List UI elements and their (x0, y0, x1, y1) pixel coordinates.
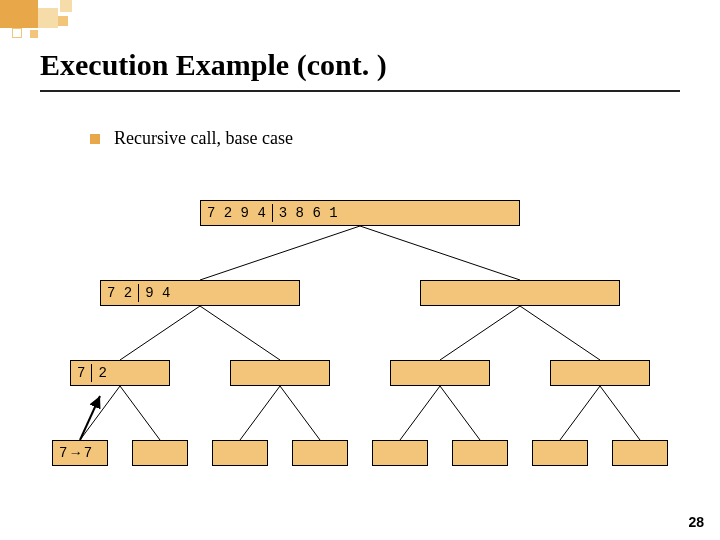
svg-line-6 (80, 386, 120, 440)
tree-node-l2-3 (390, 360, 490, 386)
node-right: 2 (98, 365, 106, 381)
tree-node-l3-7 (532, 440, 588, 466)
node-to: 7 (84, 445, 92, 461)
svg-line-1 (360, 226, 520, 280)
tree-node-l1-right (420, 280, 620, 306)
corner-decoration (0, 0, 120, 40)
tree-node-l2-1: 7 2 (70, 360, 170, 386)
split-bar-icon (91, 364, 92, 382)
node-left: 7 2 (107, 285, 132, 301)
svg-line-4 (440, 306, 520, 360)
title-underline (40, 90, 680, 92)
slide-title: Execution Example (cont. ) (40, 48, 387, 82)
svg-line-12 (560, 386, 600, 440)
tree-node-l3-1: 7 → 7 (52, 440, 108, 466)
split-bar-icon (272, 204, 273, 222)
node-left: 7 (77, 365, 85, 381)
recursion-tree: 7 2 9 4 3 8 6 1 7 2 9 4 7 2 7 → 7 (40, 190, 680, 490)
bullet-line: Recursive call, base case (90, 128, 293, 149)
tree-node-l3-6 (452, 440, 508, 466)
tree-node-l2-2 (230, 360, 330, 386)
node-right: 3 8 6 1 (279, 205, 338, 221)
svg-line-3 (200, 306, 280, 360)
svg-line-10 (400, 386, 440, 440)
bullet-text: Recursive call, base case (114, 128, 293, 149)
svg-line-7 (120, 386, 160, 440)
svg-line-11 (440, 386, 480, 440)
svg-line-2 (120, 306, 200, 360)
svg-line-5 (520, 306, 600, 360)
svg-line-13 (600, 386, 640, 440)
svg-line-9 (280, 386, 320, 440)
bullet-square-icon (90, 134, 100, 144)
split-bar-icon (138, 284, 139, 302)
deco-square (38, 8, 58, 28)
node-left: 7 2 9 4 (207, 205, 266, 221)
svg-line-8 (240, 386, 280, 440)
deco-square (12, 28, 22, 38)
tree-node-l3-5 (372, 440, 428, 466)
tree-node-l1-left: 7 2 9 4 (100, 280, 300, 306)
deco-square (30, 30, 38, 38)
svg-line-0 (200, 226, 360, 280)
deco-square (60, 0, 72, 12)
arrow-right-icon: → (71, 445, 79, 461)
tree-node-l3-8 (612, 440, 668, 466)
node-from: 7 (59, 445, 67, 461)
svg-line-14 (80, 396, 100, 440)
tree-node-l3-4 (292, 440, 348, 466)
tree-node-root: 7 2 9 4 3 8 6 1 (200, 200, 520, 226)
tree-node-l3-2 (132, 440, 188, 466)
deco-square (0, 0, 38, 28)
deco-square (58, 16, 68, 26)
slide-number: 28 (688, 514, 704, 530)
tree-node-l3-3 (212, 440, 268, 466)
tree-node-l2-4 (550, 360, 650, 386)
node-right: 9 4 (145, 285, 170, 301)
